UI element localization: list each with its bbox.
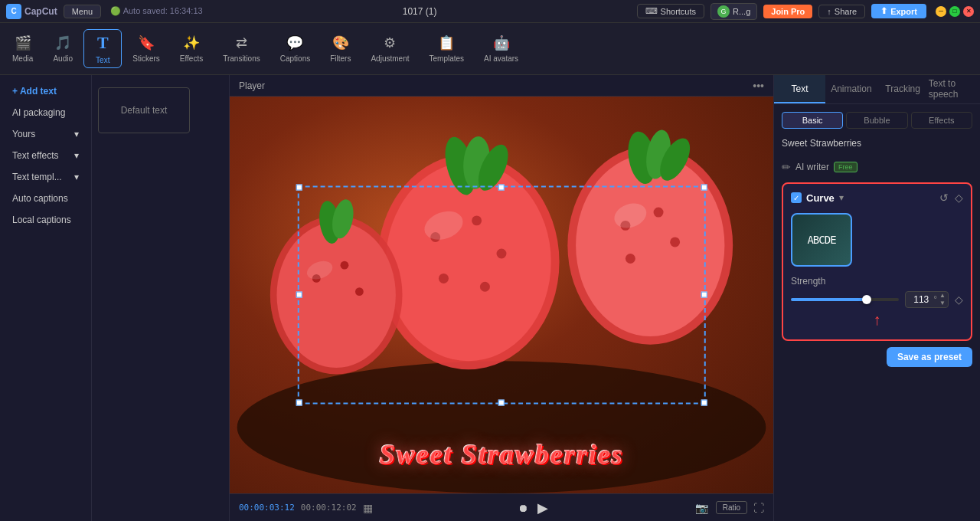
player-viewport: Sweet Strawberries: [230, 97, 773, 493]
add-text-button[interactable]: + Add text: [6, 81, 85, 101]
yours-button[interactable]: Yours ▾: [6, 124, 85, 144]
auto-saved-indicator: 🟢 Auto saved: 16:34:13: [110, 6, 202, 16]
svg-point-16: [626, 254, 635, 264]
tool-stickers[interactable]: 🔖 Stickers: [123, 31, 169, 66]
menu-button[interactable]: Menu: [64, 5, 102, 18]
share-button[interactable]: ↑ Share: [818, 5, 865, 18]
curve-section: ✓ Curve ▾ ↺ ◇ ABCDE Strength: [782, 182, 972, 341]
player-options-icon[interactable]: •••: [753, 80, 764, 92]
right-tabs: Text Animation Tracking Text to speech: [774, 75, 980, 104]
svg-point-0: [237, 361, 766, 493]
tool-adjustment[interactable]: ⚙ Adjustment: [361, 31, 418, 66]
curve-checkbox[interactable]: ✓: [791, 192, 802, 203]
curve-label: Curve: [806, 192, 835, 204]
strength-slider-fill: [791, 298, 867, 301]
degree-input[interactable]: 113 ° ▲ ▼: [905, 291, 949, 308]
curve-chevron-icon[interactable]: ▾: [839, 192, 844, 203]
right-panel-content: Basic Bubble Effects Sweet Strawberries …: [774, 104, 980, 521]
export-icon: ⬆: [880, 6, 887, 16]
text-template-button[interactable]: Text templ... ▾: [6, 167, 85, 187]
tool-text[interactable]: T Text: [83, 29, 122, 68]
style-tabs: Basic Bubble Effects: [782, 112, 972, 129]
strength-slider-track[interactable]: [791, 298, 899, 301]
tab-animation[interactable]: Animation: [825, 75, 877, 103]
tool-filters-label: Filters: [330, 54, 351, 63]
templates-icon: 📋: [438, 34, 455, 51]
fullscreen-button[interactable]: ⛶: [753, 502, 764, 514]
ai-writer-icon: ✏: [782, 161, 791, 173]
degree-down-button[interactable]: ▼: [937, 300, 948, 307]
export-button[interactable]: ⬆ Export: [871, 4, 926, 18]
transitions-icon: ⇄: [236, 34, 247, 51]
pro-user-badge: G R...g: [710, 3, 757, 20]
svg-point-14: [654, 208, 664, 218]
strength-diamond-icon[interactable]: ◇: [955, 293, 963, 306]
tool-audio-label: Audio: [53, 54, 73, 63]
ai-writer-row: ✏ AI writer Free: [782, 158, 972, 176]
save-as-preset-button[interactable]: Save as preset: [887, 347, 972, 367]
tool-captions[interactable]: 💬 Captions: [271, 31, 319, 66]
svg-point-21: [276, 222, 395, 368]
join-pro-button[interactable]: Join Pro: [763, 5, 812, 18]
filters-icon: 🎨: [332, 34, 349, 51]
strength-slider-thumb[interactable]: [862, 295, 871, 304]
media-icon: 🎬: [15, 34, 31, 51]
tool-ai-avatars[interactable]: 🤖 AI avatars: [475, 31, 528, 66]
svg-point-23: [341, 261, 349, 270]
close-button[interactable]: ✕: [963, 6, 974, 17]
tool-effects[interactable]: ✨ Effects: [171, 31, 212, 66]
style-tab-basic[interactable]: Basic: [782, 112, 843, 129]
tab-text[interactable]: Text: [774, 75, 825, 103]
tool-media[interactable]: 🎬 Media: [3, 31, 42, 66]
tab-text-to-speech[interactable]: Text to speech: [929, 75, 980, 103]
maximize-button[interactable]: □: [949, 6, 960, 17]
effects-icon: ✨: [183, 34, 200, 51]
curve-actions: ↺ ◇: [939, 192, 963, 204]
style-tab-effects[interactable]: Effects: [911, 112, 972, 129]
degree-up-button[interactable]: ▲: [937, 292, 948, 300]
degree-spinners: ▲ ▼: [937, 292, 948, 307]
svg-point-4: [472, 215, 482, 225]
right-panel: Text Animation Tracking Text to speech B…: [773, 75, 980, 521]
tool-filters[interactable]: 🎨 Filters: [321, 31, 360, 66]
free-badge: Free: [834, 162, 858, 172]
svg-point-5: [497, 249, 507, 259]
topbar: C CapCut Menu 🟢 Auto saved: 16:34:13 101…: [0, 0, 980, 23]
audio-icon: 🎵: [54, 34, 71, 51]
tool-templates[interactable]: 📋 Templates: [420, 31, 473, 66]
screenshot-button[interactable]: 📷: [694, 500, 710, 516]
tab-tracking[interactable]: Tracking: [877, 75, 929, 103]
stickers-icon: 🔖: [138, 34, 155, 51]
text-effects-button[interactable]: Text effects ▾: [6, 146, 85, 165]
record-button[interactable]: ⏺: [516, 500, 530, 516]
tool-audio[interactable]: 🎵 Audio: [44, 31, 82, 66]
default-text-preset[interactable]: Default text: [98, 87, 190, 133]
tool-adjustment-label: Adjustment: [371, 54, 409, 63]
yours-chevron-icon: ▾: [74, 129, 79, 139]
ai-writer-label: AI writer: [795, 162, 829, 172]
svg-point-6: [439, 274, 449, 283]
shortcuts-button[interactable]: ⌨ Shortcuts: [637, 4, 704, 18]
tool-captions-label: Captions: [280, 54, 310, 63]
auto-captions-button[interactable]: Auto captions: [6, 188, 85, 208]
style-tab-bubble[interactable]: Bubble: [846, 112, 907, 129]
tool-transitions[interactable]: ⇄ Transitions: [214, 31, 270, 66]
window-controls: ─ □ ✕: [936, 6, 974, 17]
play-button[interactable]: ▶: [536, 498, 550, 518]
tool-ai-avatars-label: AI avatars: [484, 54, 518, 63]
player-area: Player •••: [230, 75, 773, 521]
minimize-button[interactable]: ─: [936, 6, 946, 17]
arrow-indicator: ↑: [791, 311, 963, 329]
text-icon: T: [97, 33, 109, 53]
app-logo: C CapCut: [6, 4, 57, 19]
svg-point-15: [670, 237, 680, 247]
curve-refresh-button[interactable]: ↺: [939, 192, 949, 204]
project-id: 1017 (1): [209, 6, 631, 17]
text-effects-chevron-icon: ▾: [74, 150, 79, 161]
curve-diamond-button[interactable]: ◇: [955, 192, 963, 204]
ai-packaging-button[interactable]: AI packaging: [6, 103, 85, 123]
logo-icon: C: [6, 4, 21, 19]
local-captions-button[interactable]: Local captions: [6, 210, 85, 230]
ratio-button[interactable]: Ratio: [716, 501, 747, 514]
curve-preview[interactable]: ABCDE: [791, 213, 852, 267]
